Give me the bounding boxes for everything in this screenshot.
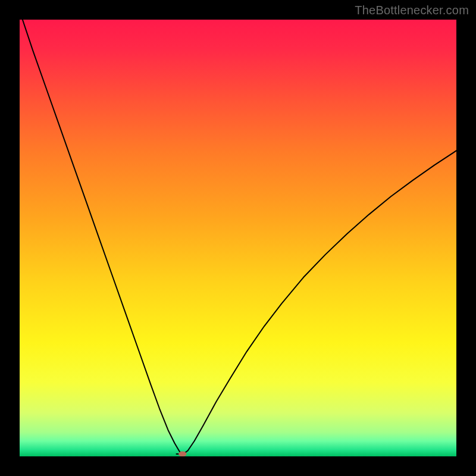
svg-rect-0 <box>20 20 456 456</box>
plot-area <box>20 20 456 456</box>
attribution-text: TheBottlenecker.com <box>355 4 469 17</box>
chart-container: TheBottlenecker.com <box>0 0 476 476</box>
marker-point <box>178 452 186 456</box>
chart-svg <box>20 20 456 456</box>
